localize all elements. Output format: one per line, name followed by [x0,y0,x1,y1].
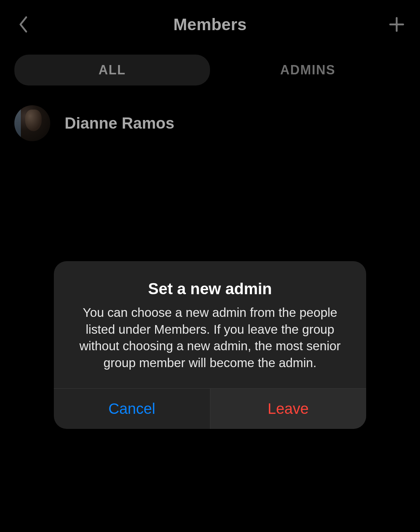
set-admin-dialog: Set a new admin You can choose a new adm… [54,261,366,429]
dialog-title: Set a new admin [71,280,349,298]
dialog-actions: Cancel Leave [54,388,366,429]
dialog-overlay: Set a new admin You can choose a new adm… [0,0,420,532]
cancel-button[interactable]: Cancel [54,389,210,429]
dialog-content: Set a new admin You can choose a new adm… [54,261,366,388]
dialog-body: You can choose a new admin from the peop… [71,304,349,371]
leave-button[interactable]: Leave [210,389,367,429]
